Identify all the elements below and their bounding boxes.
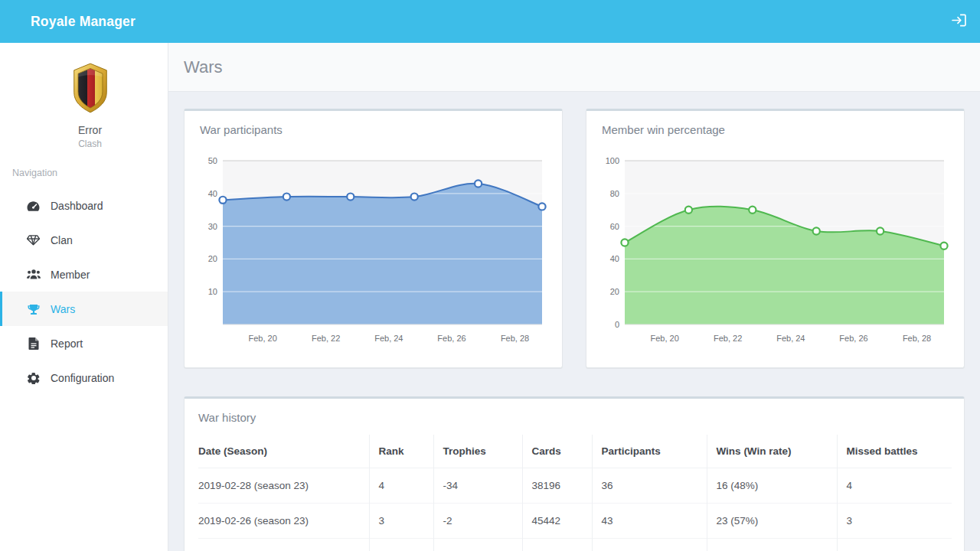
members-icon bbox=[25, 269, 41, 280]
sidebar-item-label: Wars bbox=[51, 303, 75, 315]
sidebar-item-label: Report bbox=[51, 337, 83, 350]
content-body: War participants 1020304050Feb, 20Feb, 2… bbox=[168, 92, 980, 551]
table-cell: -34 bbox=[433, 468, 522, 503]
table-header: Date (Season)RankTrophiesCardsParticipan… bbox=[198, 435, 952, 468]
svg-text:10: 10 bbox=[208, 287, 217, 296]
data-point bbox=[685, 207, 692, 214]
charts-row: War participants 1020304050Feb, 20Feb, 2… bbox=[184, 109, 965, 368]
sidebar-item-member[interactable]: Member bbox=[0, 257, 168, 292]
table-cell: 4 bbox=[369, 538, 433, 551]
column-header: Date (Season) bbox=[198, 435, 369, 468]
table-cell: 3 bbox=[837, 503, 952, 538]
clan-tag: Clash bbox=[12, 139, 168, 149]
svg-text:Feb, 20: Feb, 20 bbox=[650, 334, 678, 343]
sidebar-item-label: Member bbox=[51, 269, 90, 281]
svg-text:40: 40 bbox=[610, 254, 619, 263]
sign-in-button[interactable] bbox=[949, 11, 969, 32]
column-header: Rank bbox=[369, 435, 433, 468]
table-cell: 4 bbox=[837, 468, 952, 503]
data-point bbox=[475, 180, 482, 187]
war-participants-chart: 1020304050Feb, 20Feb, 22Feb, 24Feb, 26Fe… bbox=[200, 148, 548, 351]
table-cell: 22 (57%) bbox=[707, 538, 837, 551]
table-cell: 2019-02-28 (season 23) bbox=[198, 468, 369, 503]
svg-text:Feb, 22: Feb, 22 bbox=[312, 334, 340, 343]
data-point bbox=[538, 203, 545, 210]
sidebar-item-dashboard[interactable]: Dashboard bbox=[0, 188, 168, 223]
svg-text:0: 0 bbox=[615, 320, 619, 329]
svg-text:30: 30 bbox=[208, 222, 217, 231]
svg-text:Feb, 22: Feb, 22 bbox=[714, 334, 742, 343]
data-point bbox=[749, 207, 756, 214]
app-title: Royale Manager bbox=[31, 14, 136, 30]
data-point bbox=[940, 243, 947, 249]
svg-text:20: 20 bbox=[610, 287, 619, 296]
data-point bbox=[283, 193, 290, 200]
clan-badge-icon bbox=[68, 103, 113, 116]
sidebar-item-wars[interactable]: Wars bbox=[0, 292, 168, 326]
table-cell: 39 bbox=[592, 538, 707, 551]
member-win-percentage-chart: 020406080100Feb, 20Feb, 22Feb, 24Feb, 26… bbox=[602, 148, 950, 351]
sidebar-item-configuration[interactable]: Configuration bbox=[0, 360, 168, 395]
sidebar: Error Clash Navigation Dashboard bbox=[0, 43, 168, 551]
war-participants-card: War participants 1020304050Feb, 20Feb, 2… bbox=[184, 109, 563, 368]
data-point bbox=[411, 193, 418, 200]
svg-text:Feb, 26: Feb, 26 bbox=[839, 334, 867, 343]
sign-in-icon bbox=[952, 14, 966, 29]
sidebar-nav: Dashboard Clan bbox=[0, 188, 168, 395]
dashboard-icon bbox=[25, 199, 41, 212]
column-header: Wins (Win rate) bbox=[707, 435, 837, 468]
chart-title: Member win percentage bbox=[602, 123, 949, 136]
table-cell: 5 bbox=[837, 538, 952, 551]
column-header: Cards bbox=[522, 435, 592, 468]
column-header: Missed battles bbox=[837, 435, 952, 468]
content-header: Wars bbox=[168, 43, 980, 92]
gem-icon bbox=[25, 233, 41, 246]
svg-text:Feb, 26: Feb, 26 bbox=[437, 334, 466, 343]
table-cell: 45442 bbox=[522, 503, 592, 538]
svg-text:60: 60 bbox=[610, 222, 619, 231]
table-cell: 3 bbox=[369, 503, 433, 538]
table-cell: -21 bbox=[433, 538, 522, 551]
data-point bbox=[621, 239, 628, 246]
svg-text:Feb, 20: Feb, 20 bbox=[248, 334, 276, 343]
svg-text:Feb, 24: Feb, 24 bbox=[776, 334, 805, 343]
nav-section-label: Navigation bbox=[0, 168, 168, 178]
member-win-percentage-card: Member win percentage 020406080100Feb, 2… bbox=[586, 109, 965, 368]
table-cell: 23 (57%) bbox=[707, 503, 837, 538]
area-fill bbox=[223, 184, 542, 324]
table-cell: 2019-02-26 (season 23) bbox=[198, 503, 369, 538]
svg-text:80: 80 bbox=[610, 189, 619, 198]
table-cell: 36 bbox=[592, 468, 707, 503]
sidebar-item-label: Clan bbox=[51, 234, 73, 246]
table-cell: 16 (48%) bbox=[707, 468, 837, 503]
main-content: Wars War participants 1020304050Feb, 20F… bbox=[168, 43, 980, 551]
svg-text:20: 20 bbox=[208, 254, 217, 263]
chart-title: War participants bbox=[200, 123, 547, 136]
table-row: 2019-02-26 (season 23)3-2454424323 (57%)… bbox=[198, 503, 952, 538]
sidebar-item-report[interactable]: Report bbox=[0, 326, 168, 360]
table-title: War history bbox=[198, 411, 950, 424]
svg-text:Feb, 28: Feb, 28 bbox=[903, 334, 931, 343]
report-icon bbox=[25, 337, 41, 350]
svg-text:Feb, 28: Feb, 28 bbox=[501, 334, 529, 343]
table-body: 2019-02-28 (season 23)4-34381963616 (48%… bbox=[198, 468, 952, 551]
sidebar-item-clan[interactable]: Clan bbox=[0, 223, 168, 257]
table-cell: 41353 bbox=[522, 538, 592, 551]
table-cell: 4 bbox=[369, 468, 433, 503]
table-row: 2019-02-24 (season 23)4-21413533922 (57%… bbox=[198, 538, 952, 551]
data-point bbox=[347, 193, 354, 200]
column-header: Trophies bbox=[433, 435, 522, 468]
table-cell: -2 bbox=[433, 503, 522, 538]
data-point bbox=[877, 227, 884, 234]
page-title: Wars bbox=[184, 57, 223, 77]
table-cell: 2019-02-24 (season 23) bbox=[198, 538, 369, 551]
data-point bbox=[813, 227, 820, 234]
sidebar-item-label: Configuration bbox=[51, 372, 114, 384]
table-cell: 43 bbox=[592, 503, 707, 538]
data-point bbox=[219, 197, 226, 204]
svg-text:50: 50 bbox=[208, 156, 217, 165]
war-history-table: Date (Season)RankTrophiesCardsParticipan… bbox=[198, 435, 952, 551]
svg-text:100: 100 bbox=[606, 156, 619, 165]
svg-text:40: 40 bbox=[208, 189, 217, 198]
war-history-card: War history Date (Season)RankTrophiesCar… bbox=[184, 396, 965, 551]
